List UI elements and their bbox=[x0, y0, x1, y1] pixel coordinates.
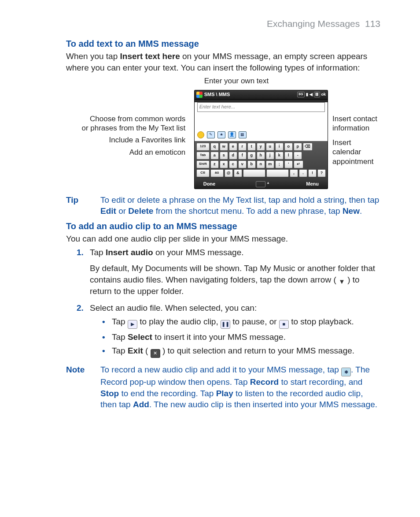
signal-icon: ▮ bbox=[306, 92, 308, 97]
down-arrow-icon: ▼ bbox=[339, 278, 345, 286]
note-label: Note bbox=[66, 364, 100, 410]
record-new-icon: ✱ bbox=[341, 368, 351, 376]
keyboard-key: Ctl bbox=[196, 169, 210, 177]
keyboard-key: x bbox=[220, 160, 228, 168]
keyboard-key bbox=[266, 169, 289, 177]
keyboard-key: , bbox=[290, 169, 298, 177]
chapter-title: Exchanging Messages bbox=[267, 19, 360, 29]
network-3g-icon: 3G bbox=[297, 92, 305, 97]
emoticon-icon bbox=[197, 131, 204, 138]
intro-text: When you tap Insert text here on your MM… bbox=[66, 51, 380, 73]
stop-icon: ■ bbox=[279, 320, 289, 329]
step-number: 1. bbox=[77, 247, 90, 299]
insert-audio-label: Insert audio bbox=[106, 248, 153, 257]
keyboard-key: p bbox=[294, 143, 302, 151]
play-icon: ▶ bbox=[128, 320, 137, 329]
keyboard-key: & bbox=[234, 169, 242, 177]
diagram-left-labels: Choose from common words or phrases from… bbox=[66, 90, 185, 158]
step-1: 1. Tap Insert audio on your MMS message.… bbox=[77, 247, 380, 299]
mytext-icon: ✎ bbox=[207, 131, 215, 138]
keyboard-key: o bbox=[284, 143, 293, 151]
calendar-icon: ▦ bbox=[239, 131, 247, 138]
keyboard-key: áü bbox=[210, 169, 224, 177]
keyboard-key: c bbox=[229, 160, 237, 168]
step-number: 2. bbox=[77, 302, 90, 361]
keyboard-key: z bbox=[210, 160, 219, 168]
status-icons: 3G ▮ ◀ ▥ ok bbox=[297, 92, 326, 97]
tip-body: To edit or delete a phrase on the My Tex… bbox=[100, 194, 380, 217]
kbd-row-2: Tabasdfghjkl- bbox=[196, 152, 326, 160]
tip-block: Tip To edit or delete a phrase on the My… bbox=[66, 194, 380, 217]
step-2: 2. Select an audio file. When selected, … bbox=[77, 302, 380, 361]
keyboard-key: Tab bbox=[196, 152, 210, 160]
bullet-list: • Tap ▶ to play the audio clip, ❚❚ to pa… bbox=[90, 316, 380, 357]
audio-intro: You can add one audio clip per slide in … bbox=[66, 233, 380, 245]
new-word: New bbox=[343, 206, 360, 216]
keyboard-key: ? bbox=[317, 169, 326, 177]
tip-label: Tip bbox=[66, 194, 100, 217]
close-icon: ✕ bbox=[151, 349, 160, 358]
softkey-done: Done bbox=[203, 181, 216, 187]
favorites-icon: ★ bbox=[217, 131, 225, 138]
pause-icon: ❚❚ bbox=[221, 320, 230, 329]
keyboard-key: @ bbox=[225, 169, 233, 177]
contact-icon: 👤 bbox=[228, 131, 236, 138]
exit-word: Exit bbox=[128, 346, 143, 355]
volume-icon: ◀ bbox=[309, 92, 313, 97]
keyboard-key: ; bbox=[275, 160, 284, 168]
kbd-row-4: Ctláü@& ,.!? bbox=[196, 169, 326, 177]
keyboard-key: w bbox=[220, 143, 228, 151]
keyboard-key: q bbox=[210, 143, 219, 151]
page-number: 113 bbox=[365, 19, 380, 29]
diagram: Choose from common words or phrases from… bbox=[66, 90, 380, 189]
step-1-detail: By default, My Documents will be shown. … bbox=[90, 263, 380, 297]
battery-icon: ▥ bbox=[314, 92, 320, 97]
content-area: Enter text here... ✎ ★ 👤 ▦ bbox=[195, 102, 328, 141]
note-body: To record a new audio clip and add it to… bbox=[100, 364, 380, 410]
keyboard-key: ⌫ bbox=[303, 143, 313, 151]
ok-button: ok bbox=[321, 92, 326, 97]
keyboard-key: Shift bbox=[196, 160, 210, 168]
keyboard-key: b bbox=[247, 160, 256, 168]
play-word: Play bbox=[216, 389, 233, 398]
heading-add-audio: To add an audio clip to an MMS message bbox=[66, 220, 380, 232]
keyboard-key: e bbox=[229, 143, 237, 151]
keyboard-key: g bbox=[247, 152, 256, 160]
keyboard-key: ↵ bbox=[294, 160, 303, 168]
keyboard-key: v bbox=[238, 160, 247, 168]
kbd-row-1: 123qwertyuiop⌫ bbox=[196, 143, 326, 151]
keyboard-key: k bbox=[275, 152, 284, 160]
keyboard-key: r bbox=[238, 143, 247, 151]
keyboard-key: i bbox=[275, 143, 284, 151]
keyboard-key: 123 bbox=[196, 143, 210, 151]
bullet-select: • Tap Select to insert it into your MMS … bbox=[102, 331, 380, 343]
sip-icon bbox=[256, 181, 265, 187]
softkey-menu: Menu bbox=[306, 181, 319, 187]
keyboard-key: h bbox=[257, 152, 265, 160]
device-screenshot: SMS \ MMS 3G ▮ ◀ ▥ ok Enter text here...… bbox=[194, 90, 328, 189]
kbd-row-3: Shiftzxcvbnm;'↵ bbox=[196, 160, 326, 168]
add-word: Add bbox=[133, 400, 149, 409]
keyboard-key: n bbox=[257, 160, 265, 168]
heading-add-text: To add text to an MMS message bbox=[66, 38, 380, 50]
steps-list: 1. Tap Insert audio on your MMS message.… bbox=[66, 247, 380, 360]
keyboard-key: ! bbox=[308, 169, 317, 177]
keyboard-key: j bbox=[266, 152, 274, 160]
insert-text-here-label: Insert text here bbox=[120, 52, 180, 61]
diagram-caption-top: Enter your own text bbox=[92, 76, 380, 86]
keyboard-key: ' bbox=[284, 160, 293, 168]
keyboard-key: d bbox=[229, 152, 237, 160]
edit-word: Edit bbox=[100, 206, 116, 216]
menu-bar: Done Menu bbox=[195, 180, 328, 189]
bullet-play: • Tap ▶ to play the audio clip, ❚❚ to pa… bbox=[102, 316, 380, 328]
label-insert-contact: Insert contact information bbox=[332, 114, 380, 133]
label-my-text: Choose from common words or phrases from… bbox=[66, 114, 185, 133]
keyboard-key bbox=[243, 169, 265, 177]
keyboard-key: f bbox=[238, 152, 247, 160]
label-insert-calendar: Insert calendar appointment bbox=[332, 138, 380, 166]
note-block: Note To record a new audio clip and add … bbox=[66, 364, 380, 410]
on-screen-keyboard: 123qwertyuiop⌫ Tabasdfghjkl- Shiftzxcvbn… bbox=[195, 141, 328, 180]
label-favorites-link: Include a Favorites link bbox=[66, 135, 185, 145]
select-word: Select bbox=[128, 332, 152, 342]
keyboard-key: l bbox=[284, 152, 293, 160]
